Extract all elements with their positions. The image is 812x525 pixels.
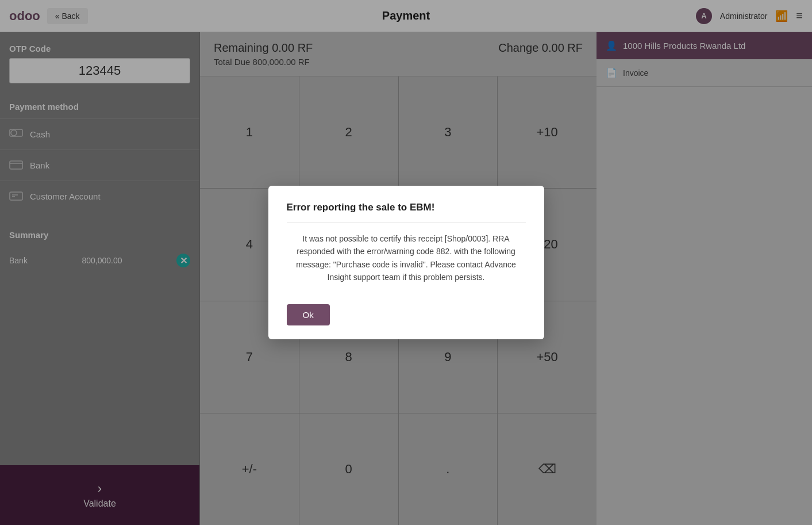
modal-title: Error reporting the sale to EBM! — [287, 202, 526, 213]
error-modal: Error reporting the sale to EBM! It was … — [268, 186, 544, 340]
ok-button[interactable]: Ok — [287, 304, 330, 325]
modal-overlay: Error reporting the sale to EBM! It was … — [0, 0, 812, 525]
modal-message: It was not possible to certify this rece… — [287, 232, 526, 284]
modal-divider — [287, 223, 526, 223]
modal-body: Error reporting the sale to EBM! It was … — [268, 186, 544, 296]
modal-footer: Ok — [268, 295, 544, 339]
